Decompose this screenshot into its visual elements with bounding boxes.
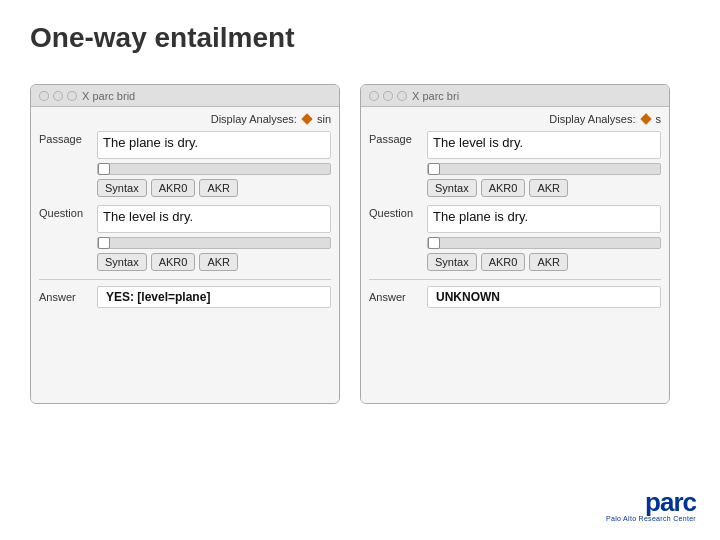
window1-buttons-row1: Syntax AKR0 AKR	[97, 179, 331, 197]
window2-frame: X parc bri Display Analyses: s Passage T…	[360, 84, 670, 404]
window1-minimize-button[interactable]	[53, 91, 63, 101]
window2-traffic-lights	[369, 91, 407, 101]
window2-passage-text[interactable]: The level is dry.	[427, 131, 661, 159]
parc-logo-text: parc	[645, 489, 696, 515]
window1-slider-row2	[97, 237, 331, 249]
window1-display-label: Display Analyses:	[211, 113, 297, 125]
window1-slider-row	[97, 163, 331, 175]
window2-answer-label: Answer	[369, 291, 427, 303]
windows-container: X parc brid Display Analyses: sin Passag…	[0, 74, 720, 414]
window2-question-row: Question The plane is dry.	[369, 205, 661, 233]
window2-buttons-row1: Syntax AKR0 AKR	[427, 179, 661, 197]
window2-akr-button2[interactable]: AKR	[529, 253, 568, 271]
window1-slider-thumb[interactable]	[98, 163, 110, 175]
window2-passage-row: Passage The level is dry.	[369, 131, 661, 159]
window2-slider[interactable]	[427, 163, 661, 175]
window1-display-bar: Display Analyses: sin	[39, 113, 331, 125]
parc-logo: parc Palo Alto Research Center	[606, 489, 696, 522]
window2-display-label: Display Analyses:	[549, 113, 635, 125]
window1-akr-button2[interactable]: AKR	[199, 253, 238, 271]
parc-logo-subtext: Palo Alto Research Center	[606, 515, 696, 522]
window2-slider2[interactable]	[427, 237, 661, 249]
window2-answer-value: UNKNOWN	[427, 286, 661, 308]
window2-titlebar: X parc bri	[361, 85, 669, 107]
window1-answer-row: Answer YES: [level=plane]	[39, 279, 331, 308]
window1-question-row: Question The level is dry.	[39, 205, 331, 233]
window2-answer-row: Answer UNKNOWN	[369, 279, 661, 308]
window2-question-label: Question	[369, 205, 427, 219]
window1-buttons-row2: Syntax AKR0 AKR	[97, 253, 331, 271]
window1-traffic-lights	[39, 91, 77, 101]
window2-slider-thumb[interactable]	[428, 163, 440, 175]
window1-question-text[interactable]: The level is dry.	[97, 205, 331, 233]
window2-akr0-button2[interactable]: AKR0	[481, 253, 526, 271]
window1-titlebar: X parc brid	[31, 85, 339, 107]
window1-answer-value: YES: [level=plane]	[97, 286, 331, 308]
window2-content: Display Analyses: s Passage The level is…	[361, 107, 669, 403]
window2-slider-row	[427, 163, 661, 175]
window2-question-text[interactable]: The plane is dry.	[427, 205, 661, 233]
window1-slider2[interactable]	[97, 237, 331, 249]
window1-syntax-button2[interactable]: Syntax	[97, 253, 147, 271]
window1-frame: X parc brid Display Analyses: sin Passag…	[30, 84, 340, 404]
window2-maximize-button[interactable]	[397, 91, 407, 101]
window2-syntax-button2[interactable]: Syntax	[427, 253, 477, 271]
window2-slider-row2	[427, 237, 661, 249]
window2-buttons-row2: Syntax AKR0 AKR	[427, 253, 661, 271]
window2-display-bar: Display Analyses: s	[369, 113, 661, 125]
window1-passage-label: Passage	[39, 131, 97, 145]
window2-syntax-button[interactable]: Syntax	[427, 179, 477, 197]
window2-diamond-icon	[640, 113, 651, 124]
window1-passage-row: Passage The plane is dry.	[39, 131, 331, 159]
window1-slider-thumb2[interactable]	[98, 237, 110, 249]
window1-akr-button[interactable]: AKR	[199, 179, 238, 197]
window2-akr-button[interactable]: AKR	[529, 179, 568, 197]
window1-display-value: sin	[317, 113, 331, 125]
window1-answer-label: Answer	[39, 291, 97, 303]
window1-akr0-button[interactable]: AKR0	[151, 179, 196, 197]
window2-display-value: s	[656, 113, 662, 125]
window1-question-label: Question	[39, 205, 97, 219]
window1-slider[interactable]	[97, 163, 331, 175]
window2-slider-thumb2[interactable]	[428, 237, 440, 249]
window1-maximize-button[interactable]	[67, 91, 77, 101]
window1-title-x: X parc brid	[82, 90, 135, 102]
window1-diamond-icon	[301, 113, 312, 124]
window2-minimize-button[interactable]	[383, 91, 393, 101]
window2-passage-label: Passage	[369, 131, 427, 145]
window1-content: Display Analyses: sin Passage The plane …	[31, 107, 339, 403]
window2-close-button[interactable]	[369, 91, 379, 101]
window1-syntax-button[interactable]: Syntax	[97, 179, 147, 197]
window1-passage-text[interactable]: The plane is dry.	[97, 131, 331, 159]
window2-akr0-button[interactable]: AKR0	[481, 179, 526, 197]
window1-akr0-button2[interactable]: AKR0	[151, 253, 196, 271]
page-title: One-way entailment	[0, 0, 720, 64]
window1-close-button[interactable]	[39, 91, 49, 101]
window2-title-x: X parc bri	[412, 90, 459, 102]
